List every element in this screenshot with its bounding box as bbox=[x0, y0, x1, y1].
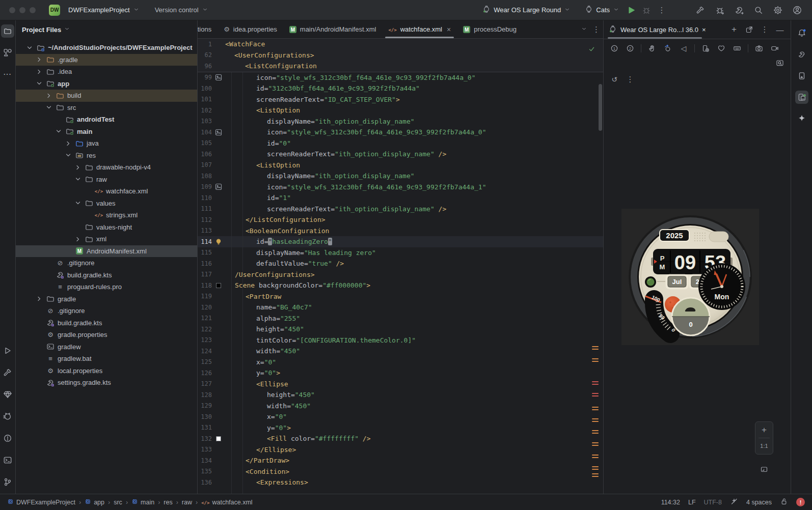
editor-line[interactable]: 108 displayName="ith_option_display_name… bbox=[198, 171, 603, 182]
breadcrumb-item[interactable]: raw bbox=[182, 499, 192, 506]
line-number[interactable]: 113 bbox=[198, 227, 212, 234]
tree-item[interactable]: build.gradle.kts bbox=[16, 269, 197, 281]
hide-panel-button[interactable]: — bbox=[774, 25, 786, 34]
breadcrumb-item[interactable]: </> watchface.xml bbox=[201, 499, 252, 506]
editor-stripe-mark[interactable] bbox=[592, 473, 599, 477]
editor-line[interactable]: 128 height="450" bbox=[198, 389, 603, 401]
problems-icon[interactable] bbox=[1, 432, 14, 445]
project-switcher[interactable]: DWFExampleProject bbox=[64, 4, 144, 16]
editor-line[interactable]: 122 height="450" bbox=[198, 324, 603, 335]
line-number[interactable]: 100 bbox=[198, 85, 212, 92]
version-control-menu[interactable]: Version control bbox=[151, 4, 212, 16]
button-1-icon[interactable]: 1 bbox=[608, 42, 621, 54]
gem-icon[interactable] bbox=[1, 388, 14, 401]
tree-item[interactable]: </> strings.xml bbox=[16, 209, 197, 221]
line-number[interactable]: 111 bbox=[198, 205, 212, 212]
editor-stripe-mark[interactable] bbox=[592, 346, 599, 350]
editor-line[interactable]: 115 displayName="Has leading zero" bbox=[198, 247, 603, 259]
emulator-display[interactable]: 2025 P bbox=[621, 209, 759, 345]
device-tab[interactable]: Wear OS Large Ro...l 36.0 × bbox=[609, 20, 706, 39]
line-number[interactable]: 121 bbox=[198, 315, 212, 322]
line-number[interactable]: 120 bbox=[198, 304, 212, 311]
cursor-position[interactable]: 114:32 bbox=[661, 499, 680, 506]
editor-stripe-mark[interactable] bbox=[592, 381, 599, 385]
editor-stripe-mark[interactable] bbox=[592, 466, 599, 470]
editor-line[interactable]: 102 <ListOption bbox=[198, 105, 603, 116]
tree-item[interactable]: ⚙ gradle.properties bbox=[16, 329, 197, 341]
line-number[interactable]: 116 bbox=[198, 260, 212, 267]
more-kebab-icon[interactable]: ⋮ bbox=[624, 73, 637, 86]
line-number[interactable]: 133 bbox=[198, 446, 212, 453]
line-number[interactable]: 128 bbox=[198, 391, 212, 399]
editor-stripe-mark[interactable] bbox=[592, 418, 599, 422]
run-button[interactable] bbox=[624, 3, 639, 17]
line-number[interactable]: 130 bbox=[198, 413, 212, 420]
line-number[interactable]: 131 bbox=[198, 424, 212, 431]
tree-item[interactable]: build bbox=[16, 90, 197, 102]
tree-item[interactable]: raw bbox=[16, 174, 197, 186]
tree-item[interactable]: drawable-nodpi-v4 bbox=[16, 161, 197, 174]
code-editor[interactable]: 1 <WatchFace 62 <UserConfigurations> 96 … bbox=[198, 39, 603, 494]
breadcrumb-item[interactable]: app bbox=[85, 498, 104, 506]
close-window-button[interactable] bbox=[9, 7, 15, 13]
editor-line[interactable]: 135 <Condition> bbox=[198, 466, 603, 477]
line-number[interactable]: 132 bbox=[198, 435, 212, 442]
line-number[interactable]: 99 bbox=[198, 74, 212, 81]
editor-line[interactable]: 129 width="450" bbox=[198, 401, 603, 412]
editor-line[interactable]: 134 </PartDraw> bbox=[198, 455, 603, 466]
tree-item[interactable]: ⚙ local.properties bbox=[16, 365, 197, 377]
line-number[interactable]: 129 bbox=[198, 402, 212, 409]
tree-chevron-icon[interactable] bbox=[35, 68, 43, 76]
tree-item[interactable]: M AndroidManifest.xml bbox=[16, 245, 197, 258]
tree-chevron-icon[interactable] bbox=[54, 127, 63, 135]
line-number[interactable]: 110 bbox=[198, 194, 212, 202]
minimize-window-button[interactable] bbox=[19, 7, 25, 13]
back-icon[interactable]: ◁ bbox=[677, 42, 690, 54]
gradle-icon[interactable] bbox=[795, 48, 808, 61]
tree-item[interactable]: ⊘ .gitignore bbox=[16, 305, 197, 317]
editor-line[interactable]: 110 id="1" bbox=[198, 192, 603, 204]
line-number[interactable]: 127 bbox=[198, 380, 212, 387]
editor-line[interactable]: 104 icon="style_wfs_312c30bf_f64a_461e_9… bbox=[198, 127, 603, 138]
tree-item[interactable]: gradlew bbox=[16, 341, 197, 353]
tree-item[interactable]: src bbox=[16, 102, 197, 114]
editor-line[interactable]: 116 defaultValue="true" /> bbox=[198, 258, 603, 269]
editor-line[interactable]: 123 tintColor="[CONFIGURATION.themeColor… bbox=[198, 335, 603, 346]
tree-item[interactable]: .idea bbox=[16, 66, 197, 78]
close-icon[interactable]: × bbox=[702, 26, 706, 34]
line-number[interactable]: 107 bbox=[198, 161, 212, 168]
editor-line[interactable]: 96 <ListConfiguration bbox=[198, 61, 603, 72]
terminal-icon[interactable] bbox=[1, 454, 14, 467]
line-number[interactable]: 101 bbox=[198, 96, 212, 103]
build-icon[interactable] bbox=[1, 366, 14, 379]
line-number[interactable]: 112 bbox=[198, 216, 212, 223]
profiler-bug-icon[interactable] bbox=[712, 3, 727, 17]
editor-line[interactable]: 131 y="0"> bbox=[198, 422, 603, 434]
gradle-sync-icon[interactable] bbox=[732, 3, 747, 17]
indent-setting[interactable]: 4 spaces bbox=[746, 499, 772, 506]
breadcrumb-item[interactable]: DWFExampleProject bbox=[7, 498, 75, 506]
tree-item[interactable]: build.gradle.kts bbox=[16, 317, 197, 329]
line-number[interactable]: 109 bbox=[198, 183, 212, 190]
notifications-bell-icon[interactable] bbox=[795, 26, 808, 40]
tree-chevron-icon[interactable] bbox=[64, 139, 72, 148]
device-manager-icon[interactable] bbox=[795, 69, 808, 82]
palm-icon[interactable] bbox=[645, 42, 659, 54]
tree-item[interactable]: </> watchface.xml bbox=[16, 185, 197, 197]
line-number[interactable]: 104 bbox=[198, 129, 212, 136]
reset-icon[interactable]: ↺ bbox=[608, 73, 621, 86]
tree-item[interactable]: res bbox=[16, 150, 197, 162]
editor-line[interactable]: 109 icon="style_wfs_312c30bf_f64a_461e_9… bbox=[198, 182, 603, 193]
line-number[interactable]: 106 bbox=[198, 151, 212, 158]
line-number[interactable]: 136 bbox=[198, 479, 212, 486]
line-ending[interactable]: LF bbox=[688, 499, 696, 506]
run-icon[interactable] bbox=[1, 344, 14, 357]
unlock-icon[interactable] bbox=[780, 497, 788, 507]
close-icon[interactable]: × bbox=[447, 25, 451, 34]
tree-chevron-icon[interactable] bbox=[35, 79, 43, 88]
open-in-window-button[interactable] bbox=[744, 25, 755, 34]
zoom-in-button[interactable]: + bbox=[755, 424, 773, 436]
editor-options-button[interactable]: ⋮ bbox=[592, 25, 600, 34]
editor-stripe-mark[interactable] bbox=[592, 430, 599, 434]
ai-assist-icon[interactable] bbox=[730, 497, 738, 507]
